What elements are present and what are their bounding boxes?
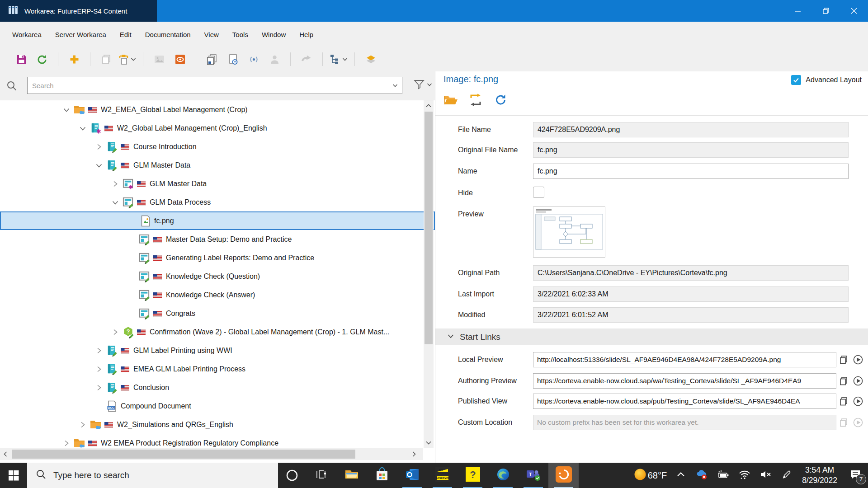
hierarchy-icon[interactable] bbox=[328, 50, 349, 68]
vertical-scroll-thumb[interactable] bbox=[425, 112, 433, 344]
restore-button[interactable] bbox=[812, 0, 840, 22]
tree-item[interactable]: W2_Simulations and QRGs_English bbox=[0, 415, 435, 434]
custom-location-url[interactable]: No custom prefix has been set for this w… bbox=[533, 415, 836, 430]
start-links-header[interactable]: Start Links bbox=[435, 328, 868, 345]
tree-item[interactable]: GLM Label Printing using WWI bbox=[0, 341, 435, 360]
tree-item[interactable]: GLM Master Data bbox=[0, 174, 435, 193]
horizontal-scroll-thumb[interactable] bbox=[12, 450, 355, 459]
chevron-right-icon[interactable] bbox=[108, 177, 122, 191]
tree-item[interactable]: Congrats bbox=[0, 304, 435, 323]
tray-onedrive-error-button[interactable] bbox=[691, 463, 712, 488]
file-name-field[interactable]: 424F728E5AD9209A.png bbox=[533, 122, 849, 137]
filter-funnel-icon[interactable] bbox=[412, 78, 433, 91]
chevron-right-icon[interactable] bbox=[92, 362, 106, 376]
tree-item[interactable]: Conclusion bbox=[0, 378, 435, 397]
taskbar-app-ey-discover[interactable]: EYDiscover bbox=[427, 463, 458, 488]
menu-window[interactable]: Window bbox=[255, 28, 292, 41]
taskbar-app-task-view[interactable] bbox=[306, 463, 336, 488]
menu-edit[interactable]: Edit bbox=[113, 28, 138, 41]
name-field[interactable]: fc.png bbox=[533, 164, 849, 179]
paste-icon[interactable] bbox=[117, 50, 137, 68]
tree-item[interactable]: EMEA GLM Label Printing Process bbox=[0, 360, 435, 378]
search-combobox[interactable] bbox=[27, 77, 402, 94]
copy-link-icon[interactable] bbox=[838, 395, 849, 407]
authoring-preview-url[interactable]: https://corteva.enable-now.cloud.sap/wa/… bbox=[533, 373, 836, 389]
weather-button[interactable]: 68°F bbox=[629, 463, 671, 488]
record-eye-icon[interactable] bbox=[170, 50, 190, 68]
chevron-right-icon[interactable] bbox=[108, 325, 122, 339]
refresh-blue-icon[interactable] bbox=[492, 91, 509, 108]
taskbar-app-outlook[interactable] bbox=[397, 463, 427, 488]
original-file-name-field[interactable]: fc.png bbox=[533, 142, 849, 158]
close-button[interactable] bbox=[840, 0, 868, 22]
collapse-chevron-icon[interactable] bbox=[446, 332, 455, 343]
chevron-down-icon[interactable] bbox=[108, 196, 122, 209]
menu-help[interactable]: Help bbox=[292, 28, 320, 41]
taskbar-app-help[interactable]: ? bbox=[458, 463, 488, 488]
clock[interactable]: 3:54 AM 8/29/2022 bbox=[797, 465, 843, 486]
taskbar-app-teams[interactable]: T bbox=[518, 463, 548, 488]
reimport-icon[interactable] bbox=[467, 91, 484, 108]
scroll-up-arrow-icon[interactable] bbox=[424, 100, 434, 111]
doc-link-icon[interactable] bbox=[222, 50, 243, 68]
published-view-url[interactable]: https://corteva.enable-now.cloud.sap/pub… bbox=[533, 394, 836, 409]
refresh-green-icon[interactable] bbox=[32, 50, 52, 68]
chevron-right-icon[interactable] bbox=[92, 140, 106, 154]
chevron-down-icon[interactable] bbox=[60, 103, 73, 117]
add-icon[interactable] bbox=[64, 50, 85, 68]
tree-item[interactable]: DOC Compound Document bbox=[0, 397, 435, 415]
hide-checkbox[interactable] bbox=[533, 187, 544, 198]
search-dropdown-chevron-icon[interactable] bbox=[388, 82, 402, 89]
tray-wifi-button[interactable] bbox=[734, 463, 755, 488]
chevron-down-icon[interactable] bbox=[76, 122, 90, 135]
modified-field[interactable]: 3/22/2021 6:01:52 AM bbox=[533, 307, 849, 323]
advanced-layout-checkbox[interactable] bbox=[791, 75, 801, 85]
save-icon[interactable] bbox=[11, 50, 32, 68]
tree-item[interactable]: Knowledge Check (Answer) bbox=[0, 286, 435, 304]
tree-item[interactable]: W2_EMEA_Global Label Management (Crop) bbox=[0, 100, 435, 119]
scroll-left-arrow-icon[interactable] bbox=[0, 448, 11, 460]
tray-volume-mute-button[interactable] bbox=[755, 463, 777, 488]
start-button[interactable] bbox=[0, 463, 27, 488]
menu-workarea[interactable]: Workarea bbox=[5, 28, 48, 41]
menu-tools[interactable]: Tools bbox=[226, 28, 255, 41]
tree-item[interactable]: ? Confirmation (Wave 2) - Global Label M… bbox=[0, 323, 435, 341]
chevron-down-icon[interactable] bbox=[92, 159, 106, 172]
chevron-right-icon[interactable] bbox=[60, 436, 73, 450]
copy-link-icon[interactable] bbox=[838, 375, 849, 387]
tree-item[interactable]: W2_Global Label Management (Crop)_Englis… bbox=[0, 119, 435, 137]
open-folder-icon[interactable] bbox=[442, 91, 459, 108]
chevron-right-icon[interactable] bbox=[76, 418, 90, 432]
taskbar-app-file-explorer[interactable] bbox=[336, 463, 367, 488]
tree-horizontal-scrollbar[interactable] bbox=[0, 448, 423, 460]
tree-item[interactable]: GLM Data Process bbox=[0, 193, 435, 211]
open-link-icon[interactable] bbox=[852, 354, 864, 366]
open-link-icon[interactable] bbox=[852, 375, 864, 387]
scroll-down-arrow-icon[interactable] bbox=[424, 437, 434, 448]
copy-link-icon[interactable] bbox=[838, 354, 849, 366]
tree-item[interactable]: fc.png bbox=[0, 211, 435, 230]
taskbar-app-enable-now[interactable] bbox=[548, 463, 579, 488]
preview-thumbnail[interactable] bbox=[533, 206, 605, 258]
chevron-right-icon[interactable] bbox=[92, 381, 106, 394]
local-preview-url[interactable]: http://localhost:51336/slide/SL_AF9AE946… bbox=[533, 352, 836, 367]
last-import-field[interactable]: 3/22/2021 6:02:33 AM bbox=[533, 286, 849, 302]
tree-vertical-scrollbar[interactable] bbox=[424, 100, 434, 448]
tray-chevron-up-button[interactable] bbox=[671, 463, 691, 488]
tree-item[interactable]: Course Introduction bbox=[0, 137, 435, 156]
original-path-field[interactable]: C:\Users\Sanjana.C\OneDrive - EY\Picture… bbox=[533, 265, 849, 281]
cortana-button[interactable] bbox=[278, 463, 306, 488]
menu-view[interactable]: View bbox=[198, 28, 226, 41]
taskbar-search[interactable]: Type here to search bbox=[27, 463, 278, 488]
docs-stack-icon[interactable] bbox=[202, 50, 222, 68]
tray-pen-button[interactable] bbox=[777, 463, 797, 488]
minimize-button[interactable] bbox=[784, 0, 812, 22]
tray-battery-button[interactable] bbox=[712, 463, 734, 488]
open-link-icon[interactable] bbox=[852, 395, 864, 407]
chevron-right-icon[interactable] bbox=[92, 344, 106, 357]
taskbar-app-microsoft-store[interactable] bbox=[367, 463, 397, 488]
broadcast-icon[interactable] bbox=[243, 50, 264, 68]
tree-item[interactable]: GLM Master Data bbox=[0, 156, 435, 174]
taskbar-app-edge[interactable] bbox=[488, 463, 518, 488]
search-input[interactable] bbox=[28, 82, 388, 89]
